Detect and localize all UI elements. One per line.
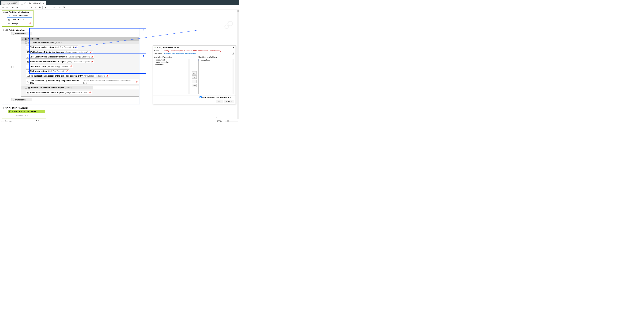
move-left-button[interactable]: ◁ xyxy=(192,80,197,83)
search-next-icon[interactable]: ˅ xyxy=(38,120,39,122)
pin-icon[interactable]: �📌 xyxy=(73,46,77,48)
up-icon[interactable]: ⇧ xyxy=(21,6,24,9)
dialog-step-row: This Step: Workflow Initialization/Activ… xyxy=(153,52,236,55)
ok-button[interactable]: OK xyxy=(216,100,223,103)
activity-parameters-button[interactable]: ⎇ Activity Parameters xyxy=(7,14,32,17)
play-icon[interactable]: ▷ xyxy=(48,6,51,9)
zoom-slider[interactable] xyxy=(225,121,238,122)
print-icon[interactable]: ⎙ xyxy=(58,6,61,9)
collapse-toggle[interactable]: − xyxy=(3,29,6,31)
listbox-scrollbar[interactable]: ˄˅ xyxy=(188,59,190,94)
available-header: Available Parameters xyxy=(154,56,190,58)
app-session-block: − ▢ App Session − ▤ Locate AMS account d… xyxy=(21,37,139,97)
pin-icon[interactable]: 📌 xyxy=(90,51,92,53)
step-wait-criteria[interactable]: ▤Wait for Locate Criteria view to appear… xyxy=(26,50,93,54)
binoculars-icon[interactable]: 👓 xyxy=(1,120,4,122)
used-header: Used in this Workflow xyxy=(198,56,234,58)
dialog-name-row: Name Activity Parameters (This is a defa… xyxy=(153,49,236,52)
close-icon[interactable]: ✕ xyxy=(43,2,45,4)
settings-button[interactable]: ⚙ Settings 📌 xyxy=(7,22,32,25)
list-item[interactable]: ▫database xyxy=(154,63,190,65)
down-icon[interactable]: ⇩ xyxy=(26,6,29,9)
search-prev-icon[interactable]: ˄ xyxy=(36,120,37,122)
cancel-button[interactable]: Cancel xyxy=(224,100,234,103)
collapse-toggle[interactable]: − xyxy=(25,41,27,44)
pin-icon[interactable]: 📌 xyxy=(70,65,72,67)
listbox-scrollbar[interactable]: ˄˅ xyxy=(232,59,234,94)
horizontal-scroll[interactable]: ‹ › xyxy=(2,116,217,119)
text-cursor-icon: Ꮖ xyxy=(27,65,28,67)
tab-find-record[interactable]: *Find Record in AMS ✕ xyxy=(19,1,46,5)
scroll-right-icon[interactable]: › xyxy=(216,116,217,118)
pin-icon[interactable]: 📌 xyxy=(106,75,108,77)
collapse-toggle[interactable]: − xyxy=(3,11,6,13)
key-icon[interactable]: ⚿ xyxy=(62,6,66,9)
undo-icon[interactable]: ↶ xyxy=(11,6,14,9)
help-icon[interactable]: ? xyxy=(232,52,234,55)
step-title: Enter Lookup Code as locate by criterium xyxy=(29,56,67,58)
pattern-gallery-button[interactable]: ▤ Pattern Gallery xyxy=(7,18,32,21)
workflow-initialization-block: − ⚙ Workflow Initialization ⎇ Activity P… xyxy=(2,10,34,27)
item-label: database xyxy=(156,63,164,65)
step-link[interactable]: Workflow Initialization/Activity Paramet… xyxy=(164,53,196,55)
move-right-button[interactable]: ▷ xyxy=(192,75,197,79)
collapse-toggle[interactable]: − xyxy=(22,38,24,40)
collapse-toggle[interactable]: − xyxy=(25,87,27,89)
diamond-icon[interactable]: ◈ xyxy=(44,6,47,9)
paste-icon[interactable]: ⧉ xyxy=(6,6,8,9)
used-listbox[interactable]: ▫lookupCode ˄˅ xyxy=(198,59,234,94)
step-click-entry[interactable]: ↖Click the looked up account entry to op… xyxy=(26,79,139,85)
available-listbox[interactable]: ▫account_id ▫ams_credentials ▫database ˄… xyxy=(154,59,190,94)
gear-icon[interactable]: ⚙ xyxy=(52,6,55,9)
vehicle-icon[interactable]: ⛟ xyxy=(38,6,41,9)
pin-icon[interactable]: 📌 xyxy=(136,81,138,83)
slider-knob[interactable] xyxy=(228,120,229,122)
step-enter-criterium[interactable]: ᏆEnter Lookup Code as locate by criteriu… xyxy=(26,55,94,59)
redo-icon[interactable]: ↷ xyxy=(16,6,19,9)
step-ocr-find[interactable]: AFind the location on screen of the look… xyxy=(26,74,110,78)
step-title: Enter lookup code xyxy=(29,65,46,67)
step-click-toolbar[interactable]: ↖Click locate toolbar button(Click App E… xyxy=(26,45,78,49)
file-icon xyxy=(3,2,5,4)
transaction-start[interactable]: ⬚ Transaction xyxy=(11,32,32,35)
pin-icon[interactable]: 📌 xyxy=(91,61,93,63)
scroll-left-icon[interactable]: ‹ xyxy=(2,116,2,118)
list-item-lookupcode[interactable]: ▫lookupCode xyxy=(198,59,234,61)
step-enter-lookup-code[interactable]: ᏆEnter lookup code(Set Text to App Eleme… xyxy=(26,65,73,68)
transaction-collapse[interactable]: − xyxy=(11,66,14,68)
gallery-icon: ▤ xyxy=(8,18,10,21)
cancel-icon[interactable]: ✕ xyxy=(30,6,33,9)
zoom-fit-icon[interactable]: ⛶ xyxy=(222,120,224,122)
list-item[interactable]: ▫account_id xyxy=(154,59,190,61)
copy-icon[interactable]: ⧉ xyxy=(1,6,4,9)
vertical-scrollbar[interactable] xyxy=(237,10,239,119)
activity-workflow-header: − ☰ Activity Workflow xyxy=(3,29,138,31)
step-wait-textfield[interactable]: ▤Wait for lookup code text field to appe… xyxy=(26,60,94,63)
pin-icon[interactable]: 📌 xyxy=(29,22,31,24)
group-icon: ▤ xyxy=(28,87,30,89)
pin-icon[interactable]: 📌 xyxy=(66,70,68,72)
success-bar[interactable]: − ✔ Workflow run succeeded xyxy=(8,110,45,113)
write-vars-checkbox[interactable]: Write Variables to Log File / Run Protoc… xyxy=(200,96,234,98)
name-input[interactable]: Activity Parameters (This is a default n… xyxy=(164,50,221,52)
step-click-locate[interactable]: ↖Click locate button(Click App Element)📌 xyxy=(26,69,69,73)
scrollbar-thumb[interactable] xyxy=(238,10,239,12)
zoom-controls: 100% ⛶ xyxy=(217,120,238,122)
tab-label: *Find Record in AMS xyxy=(24,2,41,4)
transaction-end[interactable]: ⬚ Transaction xyxy=(11,98,32,101)
wand-icon[interactable]: ✎ xyxy=(34,6,37,9)
dialog-close-icon[interactable]: ✕ xyxy=(233,46,234,49)
list-item[interactable]: ▫ams_credentials xyxy=(154,61,190,63)
collapse-toggle[interactable]: − xyxy=(3,107,6,109)
pin-icon[interactable]: 📌 xyxy=(91,56,93,58)
move-all-left-button[interactable]: ◁◁ xyxy=(192,84,197,87)
checkbox[interactable] xyxy=(200,96,202,98)
pin-icon[interactable]: 📌 xyxy=(89,92,91,94)
step-wait-appear[interactable]: ▤Wait for AMS account data to appear1(Im… xyxy=(26,91,92,94)
collapse-toggle[interactable]: − xyxy=(9,110,11,113)
move-all-right-button[interactable]: ▷▷ xyxy=(192,71,197,74)
finalization-header: − ⚑ Workflow Finalization xyxy=(3,107,45,109)
option-label: Settings xyxy=(11,22,18,24)
tab-login[interactable]: Login to AMS xyxy=(1,1,19,5)
search-input[interactable] xyxy=(5,120,35,122)
